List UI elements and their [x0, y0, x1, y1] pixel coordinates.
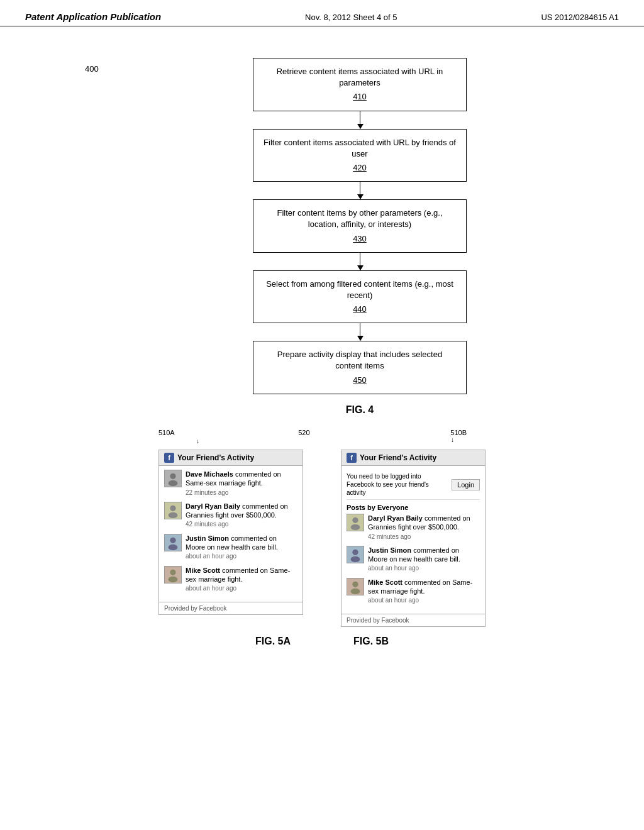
- svg-point-5: [169, 512, 178, 518]
- svg-point-14: [351, 524, 360, 530]
- svg-point-8: [169, 545, 178, 550]
- activity-text-justin-a: Justin Simon commented on Moore on new h…: [186, 534, 297, 561]
- page-header: Patent Application Publication Nov. 8, 2…: [0, 0, 644, 26]
- svg-point-17: [351, 556, 360, 562]
- activity-text-mike-b: Mike Scott commented on Same-sex marriag…: [368, 578, 480, 605]
- main-content: 400 Retrieve content items associated wi…: [0, 26, 644, 660]
- fig5a-label: FIG. 5A: [255, 636, 291, 647]
- activity-text-daryl-a: Daryl Ryan Baily commented on Grannies f…: [186, 502, 297, 529]
- flow-box-450-text: Prepare activity display that includes s…: [277, 350, 442, 370]
- activity-item-justin-b: Justin Simon commented on Moore on new h…: [347, 546, 480, 573]
- svg-point-11: [169, 576, 178, 582]
- arrow-420-430: [360, 182, 360, 199]
- svg-point-4: [170, 506, 175, 511]
- flowchart-section: 400 Retrieve content items associated wi…: [25, 58, 619, 423]
- login-notice-text: You need to be logged into Facebook to s…: [347, 472, 435, 497]
- timestamp-justin-b: about an hour ago: [368, 565, 419, 572]
- flow-box-440-text: Select from among filtered content items…: [266, 279, 453, 300]
- header-date-sheet: Nov. 8, 2012 Sheet 4 of 5: [305, 13, 397, 22]
- flow-box-430-label: 430: [264, 233, 456, 245]
- name-mike-b: Mike Scott: [368, 578, 402, 586]
- activity-item-mike-b: Mike Scott commented on Same-sex marriag…: [347, 578, 480, 605]
- name-dave: Dave Michaels: [186, 470, 233, 478]
- name-justin-a: Justin Simon: [186, 534, 229, 542]
- name-daryl-b: Daryl Ryan Baily: [368, 514, 423, 522]
- timestamp-mike-b: about an hour ago: [368, 597, 419, 604]
- activity-item-daryl-b: Daryl Ryan Baily commented on Grannies f…: [347, 514, 480, 541]
- label-510b: 510B: [450, 429, 467, 436]
- activity-text-dave: Dave Michaels commented on Same-sex marr…: [186, 470, 297, 497]
- activity-item-daryl-a: Daryl Ryan Baily commented on Grannies f…: [164, 502, 297, 529]
- activity-text-justin-b: Justin Simon commented on Moore on new h…: [368, 546, 480, 573]
- svg-point-2: [169, 480, 178, 486]
- label-520: 520: [298, 429, 309, 436]
- avatar-mike-a: [164, 566, 182, 584]
- activity-item-mike-a: Mike Scott commented on Same-sex marriag…: [164, 566, 297, 593]
- flow-box-420-label: 420: [264, 162, 456, 174]
- login-notice: You need to be logged into Facebook to s…: [347, 470, 480, 500]
- label-510a: 510A: [158, 429, 175, 436]
- svg-point-20: [351, 589, 360, 594]
- flow-box-410: Retrieve content items associated with U…: [253, 58, 467, 111]
- name-justin-b: Justin Simon: [368, 546, 411, 554]
- login-button[interactable]: Login: [452, 479, 480, 490]
- svg-point-16: [352, 550, 358, 555]
- timestamp-dave: 22 minutes ago: [186, 489, 228, 496]
- svg-point-1: [170, 473, 175, 479]
- flow-box-410-text: Retrieve content items associated with U…: [277, 67, 443, 87]
- flow-box-410-label: 410: [264, 91, 456, 102]
- flow-box-450: Prepare activity display that includes s…: [253, 341, 467, 394]
- name-mike-a: Mike Scott: [186, 567, 220, 574]
- avatar-daryl-b: [347, 514, 364, 531]
- widget-header-a: f Your Friend's Activity: [159, 450, 303, 466]
- activity-text-daryl-b: Daryl Ryan Baily commented on Grannies f…: [368, 514, 480, 541]
- timestamp-daryl-b: 42 minutes ago: [368, 533, 411, 540]
- activity-item-justin-a: Justin Simon commented on Moore on new h…: [164, 534, 297, 561]
- widget-panel-a: f Your Friend's Activity: [158, 450, 303, 615]
- timestamp-daryl-a: 42 minutes ago: [186, 521, 228, 528]
- widget-header-b: f Your Friend's Activity: [341, 450, 485, 466]
- widget-content-b: You need to be logged into Facebook to s…: [341, 466, 485, 614]
- posts-by-everyone-label: Posts by Everyone: [347, 504, 480, 511]
- avatar-mike-b: [347, 578, 364, 595]
- header-patent-number: US 2012/0284615 A1: [541, 13, 619, 22]
- facebook-icon-b: f: [347, 453, 357, 463]
- flow-box-450-label: 450: [264, 375, 456, 386]
- facebook-icon-a: f: [164, 453, 174, 463]
- fig4-label: FIG. 4: [101, 404, 619, 416]
- svg-point-10: [170, 569, 175, 575]
- name-daryl-a: Daryl Ryan Baily: [186, 502, 240, 510]
- avatar-justin-b: [347, 546, 364, 563]
- widget-footer-b: Provided by Facebook: [341, 614, 485, 626]
- widget-footer-a: Provided by Facebook: [159, 602, 303, 614]
- widget-content-a: Dave Michaels commented on Same-sex marr…: [159, 466, 303, 602]
- svg-point-19: [352, 581, 358, 587]
- flow-box-420: Filter content items associated with URL…: [253, 129, 467, 182]
- avatar-daryl-a: [164, 502, 182, 519]
- arrow-430-440: [360, 253, 360, 270]
- flow-box-420-text: Filter content items associated with URL…: [264, 138, 456, 158]
- arrow-410-420: [360, 111, 360, 129]
- activity-item-dave: Dave Michaels commented on Same-sex marr…: [164, 470, 297, 497]
- widget-title-b: Your Friend's Activity: [360, 453, 436, 462]
- widget-510a: f Your Friend's Activity: [158, 450, 303, 615]
- avatar-dave: [164, 470, 182, 487]
- svg-point-7: [170, 537, 175, 543]
- widget-510b: f Your Friend's Activity You need to be …: [341, 450, 486, 627]
- avatar-justin-a: [164, 534, 182, 551]
- flow-box-440: Select from among filtered content items…: [253, 270, 467, 324]
- fig5b-label: FIG. 5B: [353, 636, 389, 647]
- arrow-440-450: [360, 323, 360, 341]
- header-publication-title: Patent Application Publication: [25, 11, 161, 22]
- timestamp-mike-a: about an hour ago: [186, 585, 236, 592]
- flow-box-440-label: 440: [264, 304, 456, 315]
- diagram-label-400: 400: [85, 64, 99, 74]
- flow-box-430: Filter content items by other parameters…: [253, 199, 467, 253]
- flow-box-430-text: Filter content items by other parameters…: [277, 208, 443, 229]
- flowchart: Retrieve content items associated with U…: [101, 58, 619, 394]
- timestamp-justin-a: about an hour ago: [186, 553, 236, 560]
- widget-title-a: Your Friend's Activity: [177, 453, 254, 462]
- svg-point-13: [352, 517, 358, 523]
- widget-panel-b: f Your Friend's Activity You need to be …: [341, 450, 486, 627]
- activity-text-mike-a: Mike Scott commented on Same-sex marriag…: [186, 566, 297, 593]
